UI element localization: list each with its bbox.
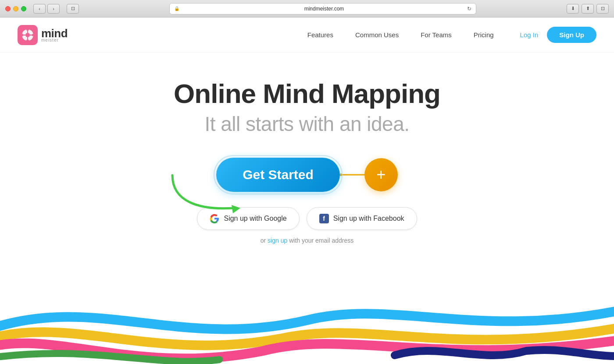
lock-icon: 🔒 xyxy=(174,6,179,11)
svg-point-13 xyxy=(340,173,342,176)
email-signup-link[interactable]: sign up xyxy=(268,237,287,244)
nav-for-teams[interactable]: For Teams xyxy=(421,31,452,39)
reload-button[interactable]: ↻ xyxy=(467,6,471,12)
arrow-decoration xyxy=(164,166,243,219)
svg-point-4 xyxy=(21,34,23,36)
back-button[interactable]: ‹ xyxy=(33,4,46,14)
chrome-right-actions: ⬇ ⬆ ⊡ xyxy=(567,4,609,14)
email-signup-text: or sign up with your email address xyxy=(261,237,353,244)
svg-marker-11 xyxy=(232,205,240,213)
share-button[interactable]: ⬆ xyxy=(582,4,594,14)
close-button[interactable] xyxy=(5,6,11,11)
hero-title: Online Mind Mapping xyxy=(174,79,440,109)
facebook-signup-button[interactable]: f Sign up with Facebook xyxy=(307,207,417,230)
bubble-connector: Get Started + xyxy=(216,158,398,192)
logo-icon xyxy=(18,25,38,45)
nav-features[interactable]: Features xyxy=(307,31,333,39)
svg-point-5 xyxy=(32,34,35,36)
nav-links: Features Common Uses For Teams Pricing xyxy=(307,31,494,39)
sidebar-toggle[interactable]: ⊡ xyxy=(67,4,79,14)
forward-button[interactable]: › xyxy=(47,4,60,14)
address-bar[interactable]: 🔒 mindmeister.com ↻ xyxy=(169,3,476,14)
hero-section: Online Mind Mapping It all starts with a… xyxy=(0,53,614,244)
nav-signup-button[interactable]: Sign Up xyxy=(547,27,596,43)
connector-svg xyxy=(340,173,366,177)
plus-button[interactable]: + xyxy=(364,158,398,191)
logo-text: mind meister xyxy=(41,28,68,42)
website-content: mind meister Features Common Uses For Te… xyxy=(0,18,614,364)
svg-point-3 xyxy=(26,28,29,31)
hero-subtitle: It all starts with an idea. xyxy=(204,112,409,136)
fullscreen-button[interactable]: ⊡ xyxy=(596,4,609,14)
logo-mind-text: mind xyxy=(41,28,68,39)
browser-nav-buttons: ‹ › xyxy=(33,4,60,14)
logo-area: mind meister xyxy=(18,25,68,45)
facebook-signup-label: Sign up with Facebook xyxy=(333,215,404,223)
url-display: mindmeister.com xyxy=(181,6,467,12)
navbar: mind meister Features Common Uses For Te… xyxy=(0,18,614,53)
traffic-lights xyxy=(5,6,26,11)
cta-area: Get Started + xyxy=(216,158,398,192)
maximize-button[interactable] xyxy=(21,6,26,11)
logo-meister-text: meister xyxy=(41,38,68,42)
nav-right-actions: Log In Sign Up xyxy=(520,27,596,43)
facebook-icon: f xyxy=(319,214,329,223)
download-button[interactable]: ⬇ xyxy=(567,4,579,14)
waves-decoration xyxy=(0,254,614,364)
window-chrome: ‹ › ⊡ 🔒 mindmeister.com ↻ ⬇ ⬆ ⊡ xyxy=(0,0,614,18)
nav-pricing[interactable]: Pricing xyxy=(474,31,494,39)
svg-point-6 xyxy=(26,39,29,42)
minimize-button[interactable] xyxy=(13,6,18,11)
svg-point-2 xyxy=(25,33,30,37)
login-link[interactable]: Log In xyxy=(520,31,539,39)
nav-common-uses[interactable]: Common Uses xyxy=(355,31,399,39)
